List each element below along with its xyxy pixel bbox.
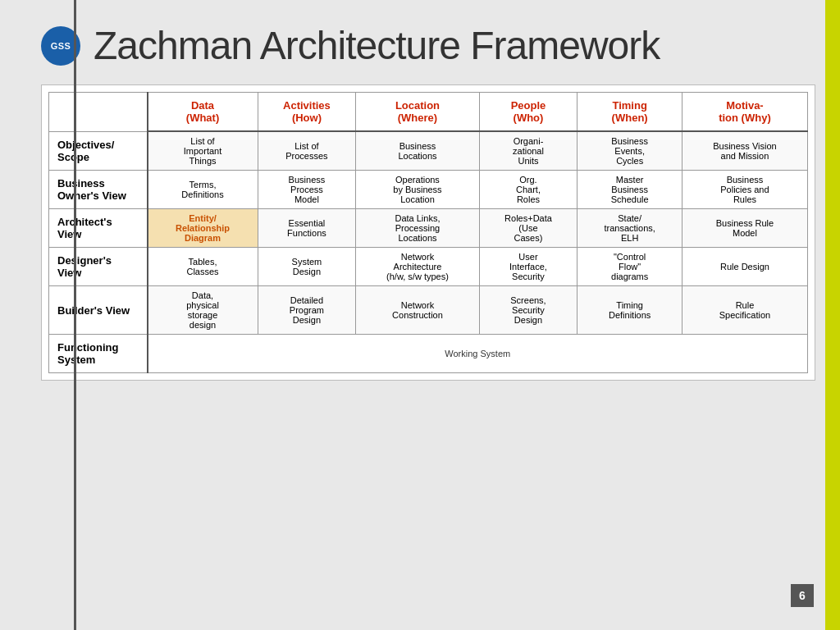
cell-designer-people: UserInterface,Security [479,248,578,286]
cell-owner-data: Terms,Definitions [148,171,258,209]
cell-builder-data: Data,physicalstoragedesign [148,286,258,335]
cell-objectives-people: Organi-zationalUnits [479,131,578,171]
col-header-activities: Activities(How) [258,93,356,132]
cell-builder-location: NetworkConstruction [356,286,479,335]
page-number: 6 [791,584,814,607]
cell-objectives-data: List ofImportantThings [148,131,258,171]
cell-owner-activities: BusinessProcessModel [258,171,356,209]
cell-builder-timing: TimingDefinitions [578,286,682,335]
cell-builder-activities: DetailedProgramDesign [258,286,356,335]
row-header-functioning: FunctioningSystem [49,335,148,373]
col-header-timing: Timing(When) [578,93,682,132]
cell-working-system: Working System [148,335,808,373]
row-header-architect: Architect'sView [49,209,148,248]
cell-designer-data: Tables,Classes [148,248,258,286]
table-row: Architect'sView Entity/RelationshipDiagr… [49,209,808,248]
right-accent-bar [825,0,840,630]
cell-owner-location: Operationsby BusinessLocation [356,171,479,209]
cell-objectives-timing: BusinessEvents,Cycles [578,131,682,171]
logo-text: GSS [51,41,71,51]
page-title: Zachman Architecture Framework [94,23,660,68]
row-header-designer: Designer'sView [49,248,148,286]
cell-architect-location: Data Links,ProcessingLocations [356,209,479,248]
cell-designer-timing: "ControlFlow"diagrams [578,248,682,286]
row-header-objectives: Objectives/Scope [49,131,148,171]
header: GSS Zachman Architecture Framework [0,0,840,84]
cell-owner-timing: MasterBusinessSchedule [578,171,682,209]
cell-architect-motivation: Business RuleModel [682,209,807,248]
content-area: Data(What) Activities(How) Location(Wher… [41,84,815,381]
cell-builder-people: Screens,SecurityDesign [479,286,578,335]
cell-designer-motivation: Rule Design [682,248,807,286]
col-header-data: Data(What) [148,93,258,132]
cell-architect-timing: State/transactions,ELH [578,209,682,248]
header-empty [49,93,148,132]
cell-designer-activities: SystemDesign [258,248,356,286]
cell-objectives-activities: List ofProcesses [258,131,356,171]
col-header-location: Location(Where) [356,93,479,132]
col-header-motivation: Motiva-tion (Why) [682,93,807,132]
cell-owner-motivation: BusinessPolicies andRules [682,171,807,209]
table-row: FunctioningSystem Working System [49,335,808,373]
row-header-builder: Builder's View [49,286,148,335]
row-header-business-owner: BusinessOwner's View [49,171,148,209]
col-header-people: People(Who) [479,93,578,132]
cell-architect-activities: EssentialFunctions [258,209,356,248]
cell-objectives-motivation: Business Visionand Mission [682,131,807,171]
table-row: Designer'sView Tables,Classes SystemDesi… [49,248,808,286]
framework-table: Data(What) Activities(How) Location(Wher… [48,92,808,373]
cell-owner-people: Org.Chart,Roles [479,171,578,209]
table-row: BusinessOwner's View Terms,Definitions B… [49,171,808,209]
cell-designer-location: NetworkArchitecture(h/w, s/w types) [356,248,479,286]
table-row: Objectives/Scope List ofImportantThings … [49,131,808,171]
cell-objectives-location: BusinessLocations [356,131,479,171]
vertical-line [74,0,76,630]
table-row: Builder's View Data,physicalstoragedesig… [49,286,808,335]
cell-architect-people: Roles+Data(UseCases) [479,209,578,248]
cell-architect-data: Entity/RelationshipDiagram [148,209,258,248]
cell-builder-motivation: RuleSpecification [682,286,807,335]
